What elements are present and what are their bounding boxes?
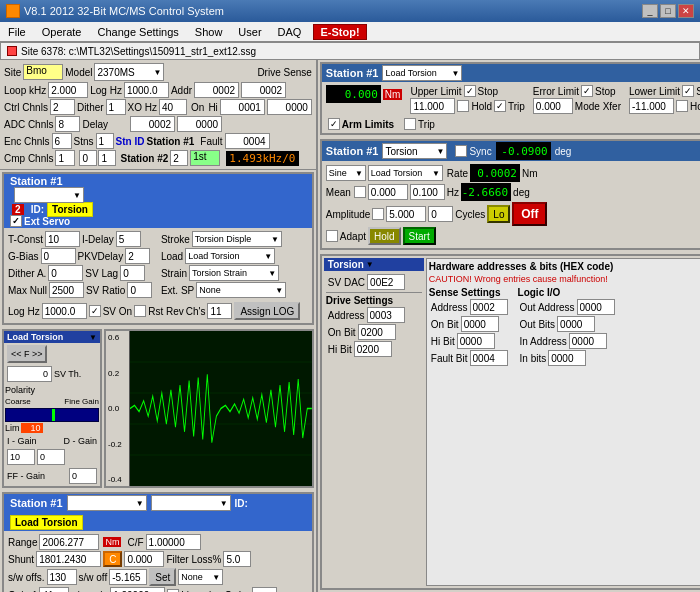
- amplitude-value[interactable]: [386, 206, 426, 222]
- stop-checkbox[interactable]: [464, 85, 476, 97]
- menu-change-settings[interactable]: Change Settings: [93, 25, 182, 39]
- ext-servo-checkbox[interactable]: [10, 215, 22, 227]
- mean-value[interactable]: [368, 184, 408, 200]
- off-button[interactable]: Off: [512, 202, 547, 226]
- rst-rev-checkbox[interactable]: [134, 305, 146, 317]
- sw-off-value[interactable]: [109, 569, 147, 585]
- counter4[interactable]: 1st: [190, 150, 220, 166]
- stns-value[interactable]: [96, 133, 114, 149]
- enc-chnls-value[interactable]: [52, 133, 72, 149]
- right-load-dropdown[interactable]: Load Torsion ▼: [382, 65, 462, 81]
- trip-check[interactable]: Trip: [494, 100, 525, 112]
- log-hz-bot-value[interactable]: [42, 303, 87, 319]
- menu-operate[interactable]: Operate: [38, 25, 86, 39]
- sw-gain-value[interactable]: [110, 587, 165, 592]
- start-button[interactable]: Start: [403, 227, 436, 245]
- mean-check[interactable]: [354, 186, 366, 198]
- hi-bit-sense-value[interactable]: [457, 333, 495, 349]
- menu-file[interactable]: File: [4, 25, 30, 39]
- hold2-checkbox[interactable]: [676, 100, 688, 112]
- fault-bit-value[interactable]: [470, 350, 508, 366]
- sv-dac-value[interactable]: [367, 274, 405, 290]
- stroke-dropdown[interactable]: Torsion Disple ▼: [192, 231, 282, 247]
- sync-checkbox[interactable]: [455, 145, 467, 157]
- ext-sp-dropdown[interactable]: None ▼: [196, 282, 286, 298]
- ctrl-chnls-value[interactable]: [50, 99, 75, 115]
- range-value[interactable]: [39, 534, 99, 550]
- bot-type-dropdown[interactable]: Strain-Bridge ▼: [67, 495, 147, 511]
- cf-value[interactable]: [146, 534, 201, 550]
- sv-lag-value[interactable]: [120, 265, 145, 281]
- stop2-checkbox[interactable]: [581, 85, 593, 97]
- assign-log-button[interactable]: Assign LOG: [234, 302, 300, 320]
- lo-button[interactable]: Lo: [487, 205, 510, 223]
- close-button[interactable]: ✕: [678, 4, 694, 18]
- g-bias-value[interactable]: [41, 248, 76, 264]
- trip3-checkbox[interactable]: [404, 118, 416, 130]
- hold-checkbox[interactable]: [457, 100, 469, 112]
- ff-gain-value[interactable]: [69, 468, 97, 484]
- hold-button[interactable]: Hold: [368, 227, 401, 245]
- menu-estop[interactable]: E-Stop!: [313, 24, 366, 40]
- sync-check[interactable]: Sync: [455, 145, 491, 157]
- counter3[interactable]: [170, 150, 188, 166]
- sv-on-check[interactable]: SV On: [89, 305, 132, 317]
- menu-daq[interactable]: DAQ: [274, 25, 306, 39]
- sv-ratio-value[interactable]: [127, 282, 152, 298]
- d-gain-value[interactable]: [37, 449, 65, 465]
- trip-checkbox[interactable]: [494, 100, 506, 112]
- stop2-check[interactable]: Stop: [581, 85, 616, 97]
- station-type-dropdown[interactable]: Hydraulic ▼: [14, 187, 84, 203]
- arm-limits-checkbox[interactable]: [328, 118, 340, 130]
- c-button[interactable]: C: [103, 551, 122, 567]
- amp-check[interactable]: [372, 208, 384, 220]
- hold-check[interactable]: Hold: [457, 100, 492, 112]
- t-const-value[interactable]: [45, 231, 80, 247]
- mean-checkbox[interactable]: [354, 186, 366, 198]
- i-delay-value[interactable]: [116, 231, 141, 247]
- chs-value[interactable]: [207, 303, 232, 319]
- address-sense-value[interactable]: [470, 299, 508, 315]
- torsion-dropdown[interactable]: Torsion ▼: [382, 143, 447, 159]
- stop-check[interactable]: Stop: [464, 85, 499, 97]
- dither-value[interactable]: [106, 99, 126, 115]
- address-drive-value[interactable]: [367, 307, 405, 323]
- adapt-checkbox[interactable]: [326, 230, 338, 242]
- zero-value[interactable]: [124, 551, 164, 567]
- lin-dropdown[interactable]: 5 ▼: [252, 587, 277, 592]
- ff-f-button[interactable]: << F >>: [7, 345, 47, 363]
- minimize-button[interactable]: _: [642, 4, 658, 18]
- cycles-value[interactable]: [428, 206, 453, 222]
- none-dropdown[interactable]: None ▼: [178, 569, 223, 585]
- site-value[interactable]: Bmo: [23, 64, 63, 80]
- load-dropdown[interactable]: Load Torsion ▼: [185, 248, 275, 264]
- hz-value[interactable]: [410, 184, 445, 200]
- adc-chnls-value[interactable]: [55, 116, 80, 132]
- max-null-value[interactable]: [49, 282, 84, 298]
- ext-servo-check[interactable]: Ext Servo: [10, 215, 306, 227]
- on-bit-drive-value[interactable]: [358, 324, 396, 340]
- adapt-check[interactable]: Adapt: [326, 230, 366, 242]
- stop3-check[interactable]: Stop: [682, 85, 700, 97]
- counter1[interactable]: [79, 150, 97, 166]
- in-bits-value[interactable]: [548, 350, 586, 366]
- bot-load-dropdown[interactable]: Load Torsion ▼: [151, 495, 231, 511]
- sine-dropdown[interactable]: Sine ▼: [326, 165, 366, 181]
- trip3-check[interactable]: Trip: [404, 118, 435, 130]
- counter2[interactable]: [98, 150, 116, 166]
- load-torsion-dropdown[interactable]: Load Torsion ▼: [368, 165, 443, 181]
- hold2-check[interactable]: Hold: [676, 100, 700, 112]
- log-hz-value[interactable]: [124, 82, 169, 98]
- amp-checkbox[interactable]: [372, 208, 384, 220]
- out-bits-value[interactable]: [557, 316, 595, 332]
- out-address-value[interactable]: [577, 299, 615, 315]
- cmp-chnls-value[interactable]: [55, 150, 75, 166]
- model-dropdown[interactable]: 2370MS ▼: [94, 63, 164, 81]
- error-value[interactable]: [533, 98, 573, 114]
- set-button[interactable]: Set: [149, 568, 176, 586]
- xo-hz-value[interactable]: [159, 99, 187, 115]
- sv-on-checkbox[interactable]: [89, 305, 101, 317]
- menu-show[interactable]: Show: [191, 25, 227, 39]
- arm-limits-check[interactable]: Arm Limits: [328, 118, 394, 130]
- gain1-value[interactable]: [39, 587, 69, 592]
